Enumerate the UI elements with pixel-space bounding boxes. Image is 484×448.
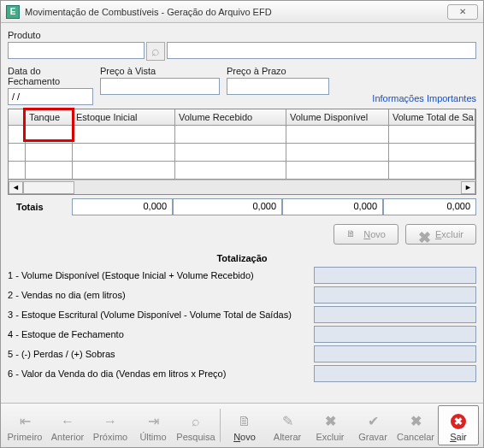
delete-icon: ✖ xyxy=(322,413,339,430)
produto-name-input[interactable] xyxy=(167,42,476,59)
toolbar-novo-label: Novo xyxy=(233,432,256,442)
grid-hscroll[interactable]: ◄ ► xyxy=(9,180,475,194)
toolbar-ultimo-label: Último xyxy=(139,432,166,442)
first-icon: ⇤ xyxy=(16,413,33,430)
toolbar-ultimo[interactable]: ⇥Último xyxy=(133,405,174,445)
toolbar-cancelar-label: Cancelar xyxy=(397,432,434,442)
grid-col-volume-recebido[interactable]: Volume Recebido xyxy=(175,109,286,125)
grid-header: Tanque Estoque Inicial Volume Recebido V… xyxy=(9,109,475,126)
grid-col-volume-disponivel[interactable]: Volume Disponível xyxy=(286,109,389,125)
tot-line-3-label: 3 - Estoque Escritural (Volume Disponíve… xyxy=(8,309,309,320)
produto-code-input[interactable] xyxy=(8,42,145,59)
preco-prazo-label: Preço à Prazo xyxy=(227,66,329,76)
preco-vista-input[interactable] xyxy=(100,78,220,95)
info-link[interactable]: Informações Importantes xyxy=(372,93,476,103)
edit-icon: ✎ xyxy=(279,413,296,430)
grid-body xyxy=(9,126,475,180)
tot-line-6-field xyxy=(314,365,476,382)
search-icon: ⌕ xyxy=(151,44,160,59)
data-fechamento-input[interactable] xyxy=(8,88,93,105)
save-icon: ✔ xyxy=(364,413,381,430)
scroll-right-button[interactable]: ► xyxy=(461,181,475,194)
total-volume-recebido: 0,000 xyxy=(173,198,282,215)
toolbar-pesquisa[interactable]: ⌕Pesquisa xyxy=(175,405,216,445)
toolbar-sair[interactable]: ✖Sair xyxy=(438,405,479,445)
total-volume-disponivel: 0,000 xyxy=(282,198,383,215)
toolbar-sair-label: Sair xyxy=(450,432,467,442)
tot-line-1-label: 1 - Volume Disponível (Estoque Inicial +… xyxy=(8,270,309,280)
window-title: Movimentação de Combustíveis - Geração d… xyxy=(25,7,447,17)
window-close-button[interactable]: ✕ xyxy=(447,4,478,20)
grid-row[interactable] xyxy=(9,144,475,162)
toolbar-primeiro[interactable]: ⇤Primeiro xyxy=(4,405,45,445)
scroll-thumb[interactable] xyxy=(23,181,74,194)
scroll-left-button[interactable]: ◄ xyxy=(9,181,23,194)
total-estoque-inicial: 0,000 xyxy=(72,198,173,215)
delete-icon: ✖ xyxy=(418,228,430,240)
tot-line-5-label: 5 - (-) Perdas / (+) Sobras xyxy=(8,349,309,359)
prev-icon: ← xyxy=(59,413,76,430)
data-fechamento-label: Data do Fechamento xyxy=(8,66,93,86)
content: Produto ⌕ Data do Fechamento Preço à Vis… xyxy=(1,23,483,382)
total-volume-saidas: 0,000 xyxy=(383,198,476,215)
preco-prazo-input[interactable] xyxy=(227,78,329,95)
toolbar: ⇤Primeiro ←Anterior →Próximo ⇥Último ⌕Pe… xyxy=(1,403,483,447)
preco-vista-label: Preço à Vista xyxy=(100,66,220,76)
toolbar-cancelar[interactable]: ✖Cancelar xyxy=(395,405,436,445)
grid-row[interactable] xyxy=(9,162,475,180)
toolbar-proximo[interactable]: →Próximo xyxy=(90,405,131,445)
tot-line-2-label: 2 - Vendas no dia (em litros) xyxy=(8,290,309,300)
document-icon: 🗎 xyxy=(346,228,358,240)
tot-line-4-field xyxy=(314,326,476,343)
novo-label: ovo xyxy=(370,229,386,239)
excluir-label: xcluir xyxy=(441,229,463,239)
app-icon: E xyxy=(6,5,20,19)
toolbar-excluir-label: Excluir xyxy=(316,432,344,442)
toolbar-separator xyxy=(220,409,221,442)
tot-line-1-field xyxy=(314,267,476,284)
grid-col-marker xyxy=(9,109,26,125)
scroll-track[interactable] xyxy=(23,181,461,194)
last-icon: ⇥ xyxy=(145,413,162,430)
window: E Movimentação de Combustíveis - Geração… xyxy=(0,0,484,448)
toolbar-primeiro-label: Primeiro xyxy=(8,432,43,442)
toolbar-alterar-label: Alterar xyxy=(274,432,301,442)
grid-row[interactable] xyxy=(9,126,475,144)
tot-line-4-label: 4 - Estoque de Fechamento xyxy=(8,329,309,339)
grid: Tanque Estoque Inicial Volume Recebido V… xyxy=(8,109,476,195)
toolbar-anterior-label: Anterior xyxy=(51,432,85,442)
toolbar-pesquisa-label: Pesquisa xyxy=(176,432,215,442)
toolbar-novo[interactable]: 🗎Novo xyxy=(224,405,265,445)
next-icon: → xyxy=(102,413,119,430)
new-icon: 🗎 xyxy=(236,413,253,430)
toolbar-proximo-label: Próximo xyxy=(93,432,127,442)
totalizacao-heading: Totalização xyxy=(8,253,476,263)
tot-line-6-label: 6 - Valor da Venda do dia (Vendas em lit… xyxy=(8,368,309,379)
tot-line-2-field xyxy=(314,286,476,304)
exit-icon: ✖ xyxy=(450,413,467,430)
novo-button[interactable]: 🗎 Novo xyxy=(333,224,398,245)
toolbar-gravar[interactable]: ✔Gravar xyxy=(352,405,393,445)
totais-label: Totais xyxy=(8,202,72,212)
toolbar-alterar[interactable]: ✎Alterar xyxy=(267,405,308,445)
tot-line-3-field xyxy=(314,306,476,323)
produto-search-button[interactable]: ⌕ xyxy=(146,42,165,61)
excluir-button[interactable]: ✖ Excluir xyxy=(405,224,476,245)
grid-col-estoque-inicial[interactable]: Estoque Inicial xyxy=(73,109,175,125)
toolbar-excluir[interactable]: ✖Excluir xyxy=(310,405,351,445)
grid-col-volume-total-saidas[interactable]: Volume Total de Sa xyxy=(389,109,475,125)
tot-line-5-field xyxy=(314,345,476,363)
titlebar: E Movimentação de Combustíveis - Geração… xyxy=(1,1,483,23)
grid-col-tanque[interactable]: Tanque xyxy=(26,109,73,125)
toolbar-gravar-label: Gravar xyxy=(358,432,387,442)
toolbar-anterior[interactable]: ←Anterior xyxy=(47,405,88,445)
search-icon: ⌕ xyxy=(187,413,204,430)
produto-label: Produto xyxy=(8,30,476,40)
totals-row: Totais 0,000 0,000 0,000 0,000 xyxy=(8,198,476,215)
cancel-icon: ✖ xyxy=(407,413,424,430)
